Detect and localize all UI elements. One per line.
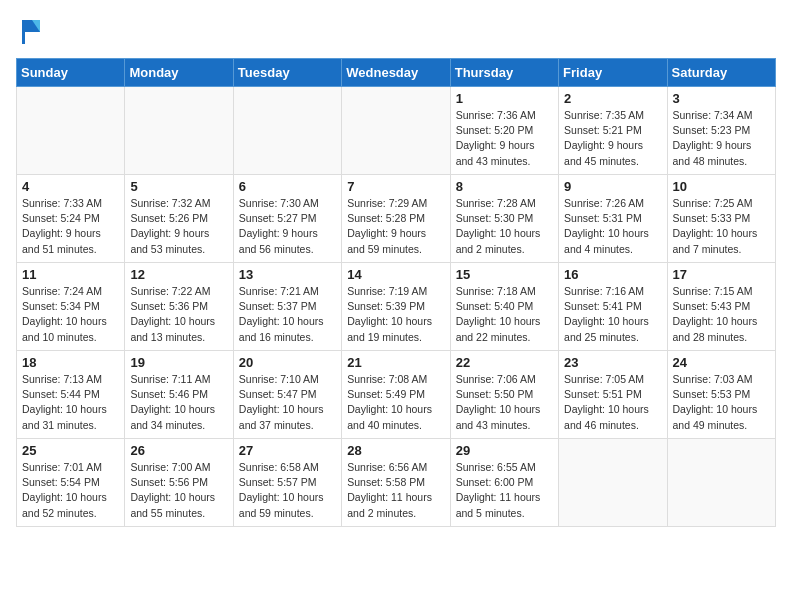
day-info: Sunrise: 7:33 AM Sunset: 5:24 PM Dayligh… [22, 196, 119, 257]
day-number: 20 [239, 355, 336, 370]
header-row: SundayMondayTuesdayWednesdayThursdayFrid… [17, 59, 776, 87]
day-info: Sunrise: 7:18 AM Sunset: 5:40 PM Dayligh… [456, 284, 553, 345]
day-number: 28 [347, 443, 444, 458]
calendar-cell: 13Sunrise: 7:21 AM Sunset: 5:37 PM Dayli… [233, 263, 341, 351]
calendar-cell: 11Sunrise: 7:24 AM Sunset: 5:34 PM Dayli… [17, 263, 125, 351]
calendar-cell [667, 439, 775, 527]
week-row-2: 4Sunrise: 7:33 AM Sunset: 5:24 PM Daylig… [17, 175, 776, 263]
day-info: Sunrise: 6:55 AM Sunset: 6:00 PM Dayligh… [456, 460, 553, 521]
day-info: Sunrise: 7:05 AM Sunset: 5:51 PM Dayligh… [564, 372, 661, 433]
day-info: Sunrise: 7:34 AM Sunset: 5:23 PM Dayligh… [673, 108, 770, 169]
calendar-cell [233, 87, 341, 175]
day-number: 18 [22, 355, 119, 370]
col-header-friday: Friday [559, 59, 667, 87]
day-number: 12 [130, 267, 227, 282]
day-info: Sunrise: 7:25 AM Sunset: 5:33 PM Dayligh… [673, 196, 770, 257]
day-number: 5 [130, 179, 227, 194]
day-info: Sunrise: 7:15 AM Sunset: 5:43 PM Dayligh… [673, 284, 770, 345]
day-number: 21 [347, 355, 444, 370]
calendar-table: SundayMondayTuesdayWednesdayThursdayFrid… [16, 58, 776, 527]
calendar-cell: 20Sunrise: 7:10 AM Sunset: 5:47 PM Dayli… [233, 351, 341, 439]
calendar-cell: 26Sunrise: 7:00 AM Sunset: 5:56 PM Dayli… [125, 439, 233, 527]
calendar-cell: 8Sunrise: 7:28 AM Sunset: 5:30 PM Daylig… [450, 175, 558, 263]
week-row-3: 11Sunrise: 7:24 AM Sunset: 5:34 PM Dayli… [17, 263, 776, 351]
logo-flag-icon [18, 16, 46, 44]
calendar-cell [125, 87, 233, 175]
calendar-cell: 1Sunrise: 7:36 AM Sunset: 5:20 PM Daylig… [450, 87, 558, 175]
day-info: Sunrise: 7:22 AM Sunset: 5:36 PM Dayligh… [130, 284, 227, 345]
day-number: 9 [564, 179, 661, 194]
day-info: Sunrise: 7:11 AM Sunset: 5:46 PM Dayligh… [130, 372, 227, 433]
day-number: 23 [564, 355, 661, 370]
col-header-wednesday: Wednesday [342, 59, 450, 87]
calendar-cell: 15Sunrise: 7:18 AM Sunset: 5:40 PM Dayli… [450, 263, 558, 351]
day-number: 11 [22, 267, 119, 282]
week-row-1: 1Sunrise: 7:36 AM Sunset: 5:20 PM Daylig… [17, 87, 776, 175]
day-info: Sunrise: 6:58 AM Sunset: 5:57 PM Dayligh… [239, 460, 336, 521]
calendar-cell: 10Sunrise: 7:25 AM Sunset: 5:33 PM Dayli… [667, 175, 775, 263]
col-header-tuesday: Tuesday [233, 59, 341, 87]
calendar-cell: 6Sunrise: 7:30 AM Sunset: 5:27 PM Daylig… [233, 175, 341, 263]
day-number: 2 [564, 91, 661, 106]
calendar-cell: 19Sunrise: 7:11 AM Sunset: 5:46 PM Dayli… [125, 351, 233, 439]
col-header-thursday: Thursday [450, 59, 558, 87]
calendar-cell [342, 87, 450, 175]
day-number: 26 [130, 443, 227, 458]
day-info: Sunrise: 7:10 AM Sunset: 5:47 PM Dayligh… [239, 372, 336, 433]
day-info: Sunrise: 7:26 AM Sunset: 5:31 PM Dayligh… [564, 196, 661, 257]
day-number: 15 [456, 267, 553, 282]
logo [16, 16, 42, 50]
calendar-cell: 16Sunrise: 7:16 AM Sunset: 5:41 PM Dayli… [559, 263, 667, 351]
day-number: 14 [347, 267, 444, 282]
day-number: 22 [456, 355, 553, 370]
day-info: Sunrise: 7:28 AM Sunset: 5:30 PM Dayligh… [456, 196, 553, 257]
calendar-cell: 2Sunrise: 7:35 AM Sunset: 5:21 PM Daylig… [559, 87, 667, 175]
calendar-cell: 9Sunrise: 7:26 AM Sunset: 5:31 PM Daylig… [559, 175, 667, 263]
calendar-cell: 5Sunrise: 7:32 AM Sunset: 5:26 PM Daylig… [125, 175, 233, 263]
day-info: Sunrise: 7:16 AM Sunset: 5:41 PM Dayligh… [564, 284, 661, 345]
calendar-cell: 12Sunrise: 7:22 AM Sunset: 5:36 PM Dayli… [125, 263, 233, 351]
calendar-cell: 22Sunrise: 7:06 AM Sunset: 5:50 PM Dayli… [450, 351, 558, 439]
svg-rect-2 [22, 32, 25, 44]
day-number: 6 [239, 179, 336, 194]
calendar-cell: 14Sunrise: 7:19 AM Sunset: 5:39 PM Dayli… [342, 263, 450, 351]
day-info: Sunrise: 7:01 AM Sunset: 5:54 PM Dayligh… [22, 460, 119, 521]
calendar-cell [559, 439, 667, 527]
calendar-cell: 17Sunrise: 7:15 AM Sunset: 5:43 PM Dayli… [667, 263, 775, 351]
calendar-cell: 25Sunrise: 7:01 AM Sunset: 5:54 PM Dayli… [17, 439, 125, 527]
calendar-cell: 27Sunrise: 6:58 AM Sunset: 5:57 PM Dayli… [233, 439, 341, 527]
col-header-saturday: Saturday [667, 59, 775, 87]
day-info: Sunrise: 7:03 AM Sunset: 5:53 PM Dayligh… [673, 372, 770, 433]
day-number: 3 [673, 91, 770, 106]
day-number: 8 [456, 179, 553, 194]
col-header-monday: Monday [125, 59, 233, 87]
day-info: Sunrise: 7:24 AM Sunset: 5:34 PM Dayligh… [22, 284, 119, 345]
day-info: Sunrise: 7:19 AM Sunset: 5:39 PM Dayligh… [347, 284, 444, 345]
day-number: 17 [673, 267, 770, 282]
day-info: Sunrise: 7:00 AM Sunset: 5:56 PM Dayligh… [130, 460, 227, 521]
day-number: 19 [130, 355, 227, 370]
day-info: Sunrise: 7:13 AM Sunset: 5:44 PM Dayligh… [22, 372, 119, 433]
calendar-cell: 29Sunrise: 6:55 AM Sunset: 6:00 PM Dayli… [450, 439, 558, 527]
day-number: 4 [22, 179, 119, 194]
day-info: Sunrise: 7:32 AM Sunset: 5:26 PM Dayligh… [130, 196, 227, 257]
day-number: 24 [673, 355, 770, 370]
day-number: 1 [456, 91, 553, 106]
day-number: 29 [456, 443, 553, 458]
day-info: Sunrise: 7:06 AM Sunset: 5:50 PM Dayligh… [456, 372, 553, 433]
calendar-cell: 24Sunrise: 7:03 AM Sunset: 5:53 PM Dayli… [667, 351, 775, 439]
page-header [16, 16, 776, 50]
calendar-cell: 28Sunrise: 6:56 AM Sunset: 5:58 PM Dayli… [342, 439, 450, 527]
day-number: 10 [673, 179, 770, 194]
week-row-5: 25Sunrise: 7:01 AM Sunset: 5:54 PM Dayli… [17, 439, 776, 527]
week-row-4: 18Sunrise: 7:13 AM Sunset: 5:44 PM Dayli… [17, 351, 776, 439]
col-header-sunday: Sunday [17, 59, 125, 87]
day-info: Sunrise: 7:29 AM Sunset: 5:28 PM Dayligh… [347, 196, 444, 257]
logo-text [16, 16, 46, 50]
calendar-cell: 18Sunrise: 7:13 AM Sunset: 5:44 PM Dayli… [17, 351, 125, 439]
day-info: Sunrise: 7:21 AM Sunset: 5:37 PM Dayligh… [239, 284, 336, 345]
day-number: 25 [22, 443, 119, 458]
calendar-cell: 23Sunrise: 7:05 AM Sunset: 5:51 PM Dayli… [559, 351, 667, 439]
day-number: 7 [347, 179, 444, 194]
day-info: Sunrise: 7:30 AM Sunset: 5:27 PM Dayligh… [239, 196, 336, 257]
